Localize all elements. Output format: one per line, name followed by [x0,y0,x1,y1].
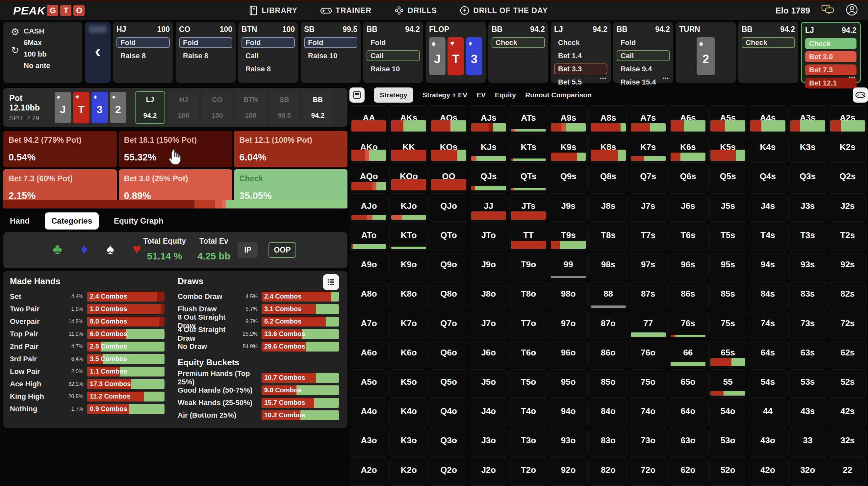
matrix-cell-Q2s[interactable]: Q2s [828,164,867,192]
matrix-cell-J8o[interactable]: J8o [469,281,508,310]
matrix-cell-T2s[interactable]: T2s [828,223,867,251]
matrix-cell-84o[interactable]: 84o [589,398,627,427]
action-check[interactable]: Check [492,37,545,48]
matrix-cell-KQo[interactable]: KQo [389,164,428,192]
matrix-tab-ev[interactable]: EV [476,91,486,99]
matrix-cell-99[interactable]: 99 [549,252,588,280]
action-raise-9-4[interactable]: Raise 9.4 [617,63,670,74]
matrix-cell-ATo[interactable]: ATo [349,223,388,251]
matrix-cell-A4o[interactable]: A4o [349,398,388,427]
matrix-cell-74o[interactable]: 74o [629,398,668,427]
matrix-cell-86o[interactable]: 86o [589,340,627,368]
matrix-cell-64o[interactable]: 64o [669,398,707,427]
matrix-cell-Q4s[interactable]: Q4s [748,164,787,192]
action-bet-5-5[interactable]: Bet 5.5 [554,76,608,88]
matrix-cell-62o[interactable]: 62o [669,457,707,486]
matrix-cell-53o[interactable]: 53o [708,428,747,456]
matrix-cell-93s[interactable]: 93s [788,252,827,280]
nav-item-library[interactable]: LIBRARY [249,6,297,15]
matrix-cell-65s[interactable]: 65s [708,340,747,368]
matrix-cell-97s[interactable]: 97s [629,252,668,280]
matrix-cell-J9o[interactable]: J9o [469,252,508,280]
position-tile-sb[interactable]: SB99.5 [269,91,300,124]
action-call[interactable]: Call [367,50,420,61]
spade-suit-icon[interactable]: ♠ [106,241,114,257]
position-tile-bb[interactable]: BB94.2 [303,91,333,124]
matrix-cell-AA[interactable]: AA [349,105,388,133]
matrix-cell-82o[interactable]: 82o [589,457,627,486]
matrix-cell-J3s[interactable]: J3s [788,193,827,222]
matrix-cell-A2s[interactable]: A2s [828,105,867,133]
matrix-cell-43s[interactable]: 43s [788,398,827,427]
matrix-cell-J6s[interactable]: J6s [669,193,707,222]
matrix-cell-54o[interactable]: 54o [708,398,747,427]
matrix-cell-82s[interactable]: 82s [828,281,867,310]
matrix-cell-A5o[interactable]: A5o [349,369,388,397]
matrix-cell-32o[interactable]: 32o [788,457,827,486]
matrix-cell-T9s[interactable]: T9s [549,223,588,251]
matrix-cell-AJs[interactable]: AJs [469,105,508,133]
club-suit-icon[interactable]: ♣ [53,241,62,257]
position-tile-lj[interactable]: LJ94.2 [135,91,165,124]
matrix-cell-76s[interactable]: 76s [669,311,707,339]
action-bet-1-4[interactable]: Bet 1.4 [554,50,608,61]
matrix-cell-22[interactable]: 22 [828,457,867,486]
matrix-tab-equity[interactable]: Equity [495,91,516,99]
nav-item-drills[interactable]: DRILLS [395,6,437,15]
matrix-cell-A6o[interactable]: A6o [349,340,388,368]
matrix-cell-QQ[interactable]: QQ [429,164,468,192]
matrix-cell-KTo[interactable]: KTo [389,223,428,251]
matrix-cell-A8o[interactable]: A8o [349,281,388,310]
matrix-cell-75s[interactable]: 75s [708,311,747,339]
matrix-tab-strategy[interactable]: Strategy [374,88,413,103]
matrix-cell-96o[interactable]: 96o [549,340,588,368]
action-raise-8[interactable]: Raise 8 [117,50,170,61]
diamond-suit-icon[interactable]: ♦ [81,241,88,257]
matrix-cell-K8o[interactable]: K8o [389,281,428,310]
matrix-cell-42o[interactable]: 42o [748,457,787,486]
matrix-cell-77[interactable]: 77 [629,311,668,339]
matrix-cell-83s[interactable]: 83s [788,281,827,310]
action-fold[interactable]: Fold [367,37,420,48]
matrix-cell-T8s[interactable]: T8s [589,223,627,251]
matrix-cell-66[interactable]: 66 [669,340,707,368]
matrix-cell-98o[interactable]: 98o [549,281,588,310]
matrix-cell-T6o[interactable]: T6o [509,340,548,368]
matrix-cell-Q9o[interactable]: Q9o [429,252,468,280]
matrix-cell-54s[interactable]: 54s [748,369,787,397]
action-raise-10[interactable]: Raise 10 [304,50,357,61]
matrix-cell-J6o[interactable]: J6o [469,340,508,368]
matrix-cell-84s[interactable]: 84s [748,281,787,310]
action-call[interactable]: Call [242,50,295,61]
matrix-cell-K5s[interactable]: K5s [708,134,747,163]
matrix-cell-76o[interactable]: 76o [629,340,668,368]
tab-hand[interactable]: Hand [3,213,36,229]
matrix-cell-95s[interactable]: 95s [708,252,747,280]
bet-option-3[interactable]: Bet 12.1 (100% Pot)6.04% [234,131,347,167]
matrix-cell-KQs[interactable]: KQs [429,134,468,163]
matrix-cell-A8s[interactable]: A8s [589,105,627,133]
tab-categories[interactable]: Categories [45,213,99,229]
matrix-cell-AKo[interactable]: AKo [349,134,388,163]
tab-equity-graph[interactable]: Equity Graph [107,213,170,229]
matrix-cell-AQo[interactable]: AQo [349,164,388,192]
action-raise-15-4[interactable]: Raise 15.4 [617,76,670,88]
reset-icon[interactable]: ↻ [11,45,19,55]
matrix-cell-Q7o[interactable]: Q7o [429,311,468,339]
matrix-cell-Q8o[interactable]: Q8o [429,281,468,310]
matrix-cell-Q6o[interactable]: Q6o [429,340,468,368]
matrix-cell-QJs[interactable]: QJs [469,164,508,192]
matrix-cell-65o[interactable]: 65o [669,369,707,397]
matrix-cell-T5s[interactable]: T5s [708,223,747,251]
matrix-cell-Q8s[interactable]: Q8s [589,164,627,192]
matrix-cell-T2o[interactable]: T2o [509,457,548,486]
matrix-cell-J8s[interactable]: J8s [589,193,627,222]
matrix-cell-85o[interactable]: 85o [589,369,627,397]
matrix-cell-AQs[interactable]: AQs [429,105,468,133]
matrix-cell-53s[interactable]: 53s [788,369,827,397]
matrix-cell-83o[interactable]: 83o [589,428,627,456]
action-fold[interactable]: Fold [179,37,232,48]
matrix-cell-97o[interactable]: 97o [549,311,588,339]
matrix-cell-T4o[interactable]: T4o [509,398,548,427]
position-tile-btn[interactable]: BTN100 [236,91,266,124]
